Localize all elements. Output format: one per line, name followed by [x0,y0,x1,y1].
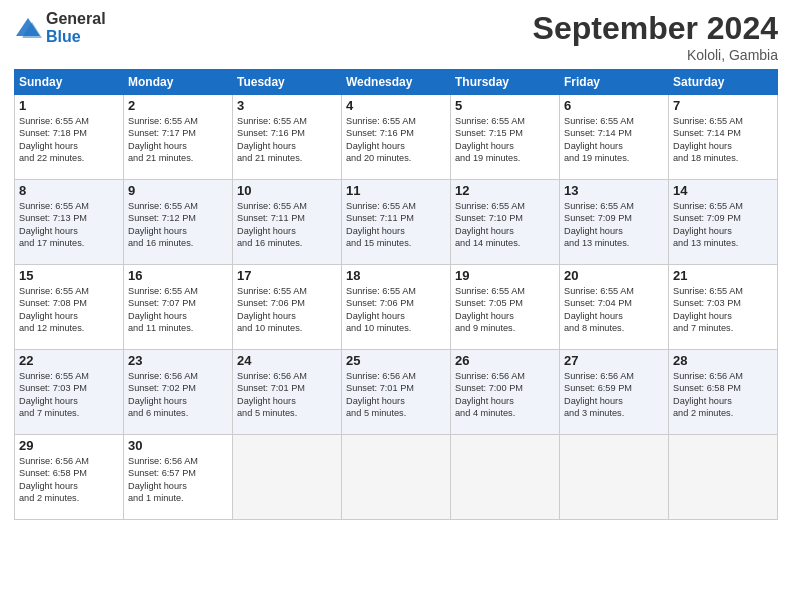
day-number: 26 [455,353,555,368]
day-number: 15 [19,268,119,283]
header-monday: Monday [124,70,233,95]
table-row [233,435,342,520]
day-number: 7 [673,98,773,113]
day-info: Sunrise: 6:55 AM Sunset: 7:18 PM Dayligh… [19,115,119,165]
header-friday: Friday [560,70,669,95]
page-container: General Blue September 2024 Kololi, Gamb… [0,0,792,530]
day-number: 14 [673,183,773,198]
table-row: 18 Sunrise: 6:55 AM Sunset: 7:06 PM Dayl… [342,265,451,350]
calendar-week-row: 15 Sunrise: 6:55 AM Sunset: 7:08 PM Dayl… [15,265,778,350]
day-info: Sunrise: 6:55 AM Sunset: 7:14 PM Dayligh… [564,115,664,165]
table-row: 25 Sunrise: 6:56 AM Sunset: 7:01 PM Dayl… [342,350,451,435]
day-info: Sunrise: 6:55 AM Sunset: 7:12 PM Dayligh… [128,200,228,250]
day-number: 8 [19,183,119,198]
day-info: Sunrise: 6:55 AM Sunset: 7:16 PM Dayligh… [237,115,337,165]
day-number: 17 [237,268,337,283]
day-info: Sunrise: 6:55 AM Sunset: 7:03 PM Dayligh… [673,285,773,335]
title-block: September 2024 Kololi, Gambia [533,10,778,63]
day-info: Sunrise: 6:56 AM Sunset: 7:02 PM Dayligh… [128,370,228,420]
day-number: 13 [564,183,664,198]
logo-icon [14,14,42,42]
day-info: Sunrise: 6:55 AM Sunset: 7:09 PM Dayligh… [673,200,773,250]
day-info: Sunrise: 6:55 AM Sunset: 7:13 PM Dayligh… [19,200,119,250]
table-row [669,435,778,520]
day-number: 21 [673,268,773,283]
day-number: 19 [455,268,555,283]
table-row: 22 Sunrise: 6:55 AM Sunset: 7:03 PM Dayl… [15,350,124,435]
table-row: 13 Sunrise: 6:55 AM Sunset: 7:09 PM Dayl… [560,180,669,265]
day-number: 24 [237,353,337,368]
day-info: Sunrise: 6:55 AM Sunset: 7:06 PM Dayligh… [237,285,337,335]
day-number: 12 [455,183,555,198]
day-number: 4 [346,98,446,113]
day-info: Sunrise: 6:55 AM Sunset: 7:17 PM Dayligh… [128,115,228,165]
calendar-week-row: 8 Sunrise: 6:55 AM Sunset: 7:13 PM Dayli… [15,180,778,265]
table-row: 24 Sunrise: 6:56 AM Sunset: 7:01 PM Dayl… [233,350,342,435]
day-info: Sunrise: 6:55 AM Sunset: 7:06 PM Dayligh… [346,285,446,335]
table-row: 20 Sunrise: 6:55 AM Sunset: 7:04 PM Dayl… [560,265,669,350]
table-row: 5 Sunrise: 6:55 AM Sunset: 7:15 PM Dayli… [451,95,560,180]
calendar-week-row: 22 Sunrise: 6:55 AM Sunset: 7:03 PM Dayl… [15,350,778,435]
table-row: 2 Sunrise: 6:55 AM Sunset: 7:17 PM Dayli… [124,95,233,180]
table-row: 7 Sunrise: 6:55 AM Sunset: 7:14 PM Dayli… [669,95,778,180]
day-info: Sunrise: 6:56 AM Sunset: 6:57 PM Dayligh… [128,455,228,505]
day-number: 23 [128,353,228,368]
table-row: 6 Sunrise: 6:55 AM Sunset: 7:14 PM Dayli… [560,95,669,180]
day-info: Sunrise: 6:55 AM Sunset: 7:09 PM Dayligh… [564,200,664,250]
day-number: 30 [128,438,228,453]
day-info: Sunrise: 6:55 AM Sunset: 7:11 PM Dayligh… [346,200,446,250]
table-row: 28 Sunrise: 6:56 AM Sunset: 6:58 PM Dayl… [669,350,778,435]
day-info: Sunrise: 6:56 AM Sunset: 6:59 PM Dayligh… [564,370,664,420]
day-number: 3 [237,98,337,113]
table-row: 27 Sunrise: 6:56 AM Sunset: 6:59 PM Dayl… [560,350,669,435]
day-info: Sunrise: 6:55 AM Sunset: 7:05 PM Dayligh… [455,285,555,335]
day-number: 6 [564,98,664,113]
header-tuesday: Tuesday [233,70,342,95]
table-row: 3 Sunrise: 6:55 AM Sunset: 7:16 PM Dayli… [233,95,342,180]
table-row: 16 Sunrise: 6:55 AM Sunset: 7:07 PM Dayl… [124,265,233,350]
weekday-header-row: Sunday Monday Tuesday Wednesday Thursday… [15,70,778,95]
table-row: 26 Sunrise: 6:56 AM Sunset: 7:00 PM Dayl… [451,350,560,435]
calendar-table: Sunday Monday Tuesday Wednesday Thursday… [14,69,778,520]
day-info: Sunrise: 6:55 AM Sunset: 7:10 PM Dayligh… [455,200,555,250]
table-row: 19 Sunrise: 6:55 AM Sunset: 7:05 PM Dayl… [451,265,560,350]
header-wednesday: Wednesday [342,70,451,95]
day-info: Sunrise: 6:56 AM Sunset: 7:01 PM Dayligh… [237,370,337,420]
logo: General Blue [14,10,106,45]
day-number: 2 [128,98,228,113]
day-number: 16 [128,268,228,283]
table-row: 29 Sunrise: 6:56 AM Sunset: 6:58 PM Dayl… [15,435,124,520]
day-info: Sunrise: 6:55 AM Sunset: 7:11 PM Dayligh… [237,200,337,250]
table-row: 1 Sunrise: 6:55 AM Sunset: 7:18 PM Dayli… [15,95,124,180]
day-info: Sunrise: 6:56 AM Sunset: 7:01 PM Dayligh… [346,370,446,420]
day-info: Sunrise: 6:55 AM Sunset: 7:14 PM Dayligh… [673,115,773,165]
day-number: 18 [346,268,446,283]
table-row: 10 Sunrise: 6:55 AM Sunset: 7:11 PM Dayl… [233,180,342,265]
table-row: 21 Sunrise: 6:55 AM Sunset: 7:03 PM Dayl… [669,265,778,350]
table-row: 14 Sunrise: 6:55 AM Sunset: 7:09 PM Dayl… [669,180,778,265]
day-info: Sunrise: 6:55 AM Sunset: 7:07 PM Dayligh… [128,285,228,335]
day-info: Sunrise: 6:56 AM Sunset: 6:58 PM Dayligh… [19,455,119,505]
table-row: 17 Sunrise: 6:55 AM Sunset: 7:06 PM Dayl… [233,265,342,350]
header: General Blue September 2024 Kololi, Gamb… [14,10,778,63]
day-number: 28 [673,353,773,368]
table-row: 23 Sunrise: 6:56 AM Sunset: 7:02 PM Dayl… [124,350,233,435]
day-info: Sunrise: 6:55 AM Sunset: 7:04 PM Dayligh… [564,285,664,335]
day-info: Sunrise: 6:55 AM Sunset: 7:08 PM Dayligh… [19,285,119,335]
day-info: Sunrise: 6:56 AM Sunset: 7:00 PM Dayligh… [455,370,555,420]
day-number: 9 [128,183,228,198]
table-row: 30 Sunrise: 6:56 AM Sunset: 6:57 PM Dayl… [124,435,233,520]
table-row: 11 Sunrise: 6:55 AM Sunset: 7:11 PM Dayl… [342,180,451,265]
day-info: Sunrise: 6:55 AM Sunset: 7:03 PM Dayligh… [19,370,119,420]
day-info: Sunrise: 6:56 AM Sunset: 6:58 PM Dayligh… [673,370,773,420]
table-row: 4 Sunrise: 6:55 AM Sunset: 7:16 PM Dayli… [342,95,451,180]
logo-general: General [46,10,106,27]
day-number: 29 [19,438,119,453]
month-title: September 2024 [533,10,778,47]
day-number: 20 [564,268,664,283]
logo-blue: Blue [46,28,81,45]
table-row [560,435,669,520]
table-row [451,435,560,520]
table-row: 15 Sunrise: 6:55 AM Sunset: 7:08 PM Dayl… [15,265,124,350]
day-number: 25 [346,353,446,368]
